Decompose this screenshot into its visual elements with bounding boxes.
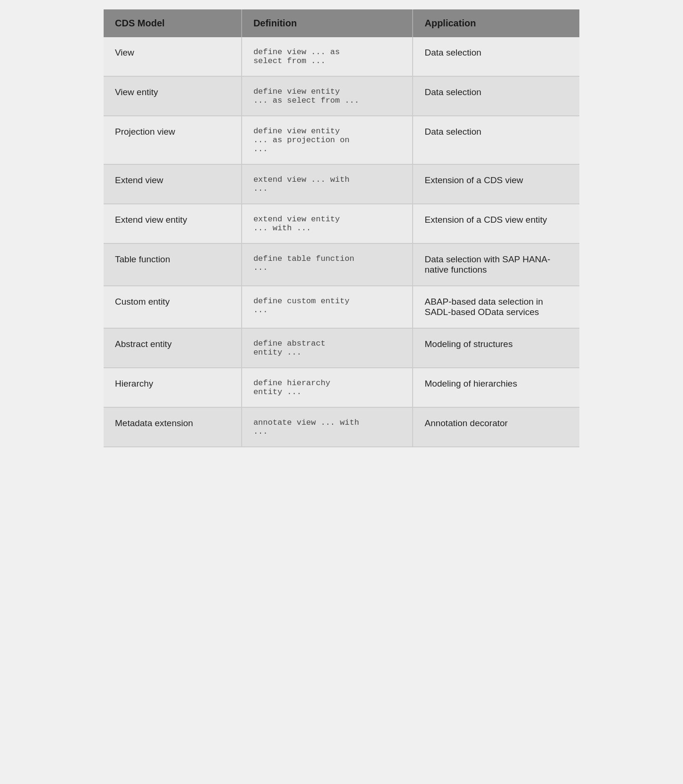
cell-definition-row-abstract-entity: define abstract entity ... [242, 328, 413, 368]
table-row: Table functiondefine table function ...D… [104, 243, 579, 286]
cell-definition-row-hierarchy: define hierarchy entity ... [242, 368, 413, 407]
cell-model-row-view-entity: View entity [104, 76, 242, 116]
cell-application-row-extend-view: Extension of a CDS view [413, 164, 579, 204]
cell-model-row-metadata-extension: Metadata extension [104, 407, 242, 447]
cell-definition-row-table-function: define table function ... [242, 243, 413, 286]
table-header-row: CDS Model Definition Application [104, 9, 579, 37]
header-application: Application [413, 9, 579, 37]
cell-definition-row-extend-view: extend view ... with ... [242, 164, 413, 204]
cell-application-row-projection-view: Data selection [413, 116, 579, 164]
table-row: Hierarchydefine hierarchy entity ...Mode… [104, 368, 579, 407]
cell-definition-row-projection-view: define view entity ... as projection on … [242, 116, 413, 164]
table-row: Extend viewextend view ... with ...Exten… [104, 164, 579, 204]
header-cds-model: CDS Model [104, 9, 242, 37]
cell-definition-row-extend-view-entity: extend view entity ... with ... [242, 204, 413, 243]
table-row: Projection viewdefine view entity ... as… [104, 116, 579, 164]
cell-model-row-abstract-entity: Abstract entity [104, 328, 242, 368]
table-row: Viewdefine view ... as select from ...Da… [104, 37, 579, 76]
cell-application-row-hierarchy: Modeling of hierarchies [413, 368, 579, 407]
cell-model-row-hierarchy: Hierarchy [104, 368, 242, 407]
cell-model-row-extend-view-entity: Extend view entity [104, 204, 242, 243]
table-row: View entitydefine view entity ... as sel… [104, 76, 579, 116]
header-definition: Definition [242, 9, 413, 37]
cell-model-row-custom-entity: Custom entity [104, 286, 242, 328]
cell-definition-row-custom-entity: define custom entity ... [242, 286, 413, 328]
cell-application-row-view-entity: Data selection [413, 76, 579, 116]
cell-definition-row-view-entity: define view entity ... as select from ..… [242, 76, 413, 116]
cell-application-row-metadata-extension: Annotation decorator [413, 407, 579, 447]
cell-definition-row-view: define view ... as select from ... [242, 37, 413, 76]
cell-model-row-extend-view: Extend view [104, 164, 242, 204]
cell-application-row-view: Data selection [413, 37, 579, 76]
table-row: Abstract entitydefine abstract entity ..… [104, 328, 579, 368]
cell-application-row-abstract-entity: Modeling of structures [413, 328, 579, 368]
cell-model-row-table-function: Table function [104, 243, 242, 286]
table-row: Custom entitydefine custom entity ...ABA… [104, 286, 579, 328]
cell-model-row-projection-view: Projection view [104, 116, 242, 164]
cell-application-row-custom-entity: ABAP-based data selection in SADL-based … [413, 286, 579, 328]
cell-application-row-table-function: Data selection with SAP HANA-native func… [413, 243, 579, 286]
cell-application-row-extend-view-entity: Extension of a CDS view entity [413, 204, 579, 243]
cell-definition-row-metadata-extension: annotate view ... with ... [242, 407, 413, 447]
table-row: Metadata extensionannotate view ... with… [104, 407, 579, 447]
table-row: Extend view entityextend view entity ...… [104, 204, 579, 243]
cds-model-table: CDS Model Definition Application Viewdef… [104, 9, 579, 447]
cell-model-row-view: View [104, 37, 242, 76]
